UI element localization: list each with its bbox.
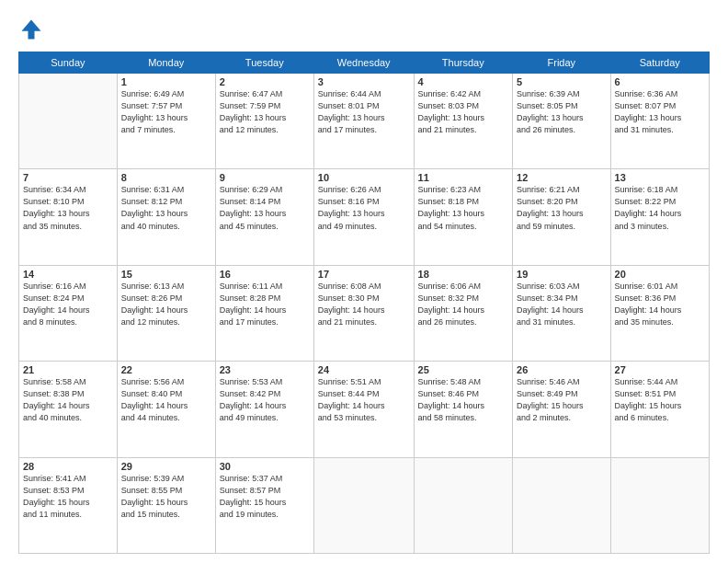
day-number: 21	[23, 364, 113, 375]
page: SundayMondayTuesdayWednesdayThursdayFrid…	[0, 0, 728, 563]
day-number: 10	[318, 172, 410, 183]
weekday-header-thursday: Thursday	[414, 52, 513, 74]
day-info: Sunrise: 6:18 AMSunset: 8:22 PMDaylight:…	[615, 184, 705, 232]
day-info: Sunrise: 6:21 AMSunset: 8:20 PMDaylight:…	[517, 184, 607, 232]
day-info: Sunrise: 5:37 AMSunset: 8:57 PMDaylight:…	[220, 473, 310, 521]
calendar-cell: 3Sunrise: 6:44 AMSunset: 8:01 PMDaylight…	[313, 74, 414, 169]
logo-icon	[18, 17, 44, 42]
day-number: 2	[220, 76, 310, 87]
day-info: Sunrise: 6:29 AMSunset: 8:14 PMDaylight:…	[220, 184, 310, 232]
calendar-cell: 6Sunrise: 6:36 AMSunset: 8:07 PMDaylight…	[610, 74, 709, 169]
calendar-cell: 15Sunrise: 6:13 AMSunset: 8:26 PMDayligh…	[117, 265, 215, 361]
calendar-cell: 13Sunrise: 6:18 AMSunset: 8:22 PMDayligh…	[610, 169, 709, 265]
day-info: Sunrise: 6:31 AMSunset: 8:12 PMDaylight:…	[121, 184, 211, 232]
header	[18, 17, 710, 42]
day-number: 5	[517, 76, 607, 87]
day-number: 18	[418, 269, 509, 280]
day-number: 9	[220, 172, 310, 183]
calendar-cell: 4Sunrise: 6:42 AMSunset: 8:03 PMDaylight…	[414, 74, 513, 169]
day-number: 30	[220, 461, 310, 472]
day-number: 16	[220, 269, 310, 280]
calendar-cell: 27Sunrise: 5:44 AMSunset: 8:51 PMDayligh…	[610, 362, 709, 457]
calendar-cell: 18Sunrise: 6:06 AMSunset: 8:32 PMDayligh…	[414, 265, 513, 361]
day-info: Sunrise: 6:16 AMSunset: 8:24 PMDaylight:…	[23, 281, 113, 328]
calendar-cell: 24Sunrise: 5:51 AMSunset: 8:44 PMDayligh…	[313, 362, 414, 457]
logo	[18, 17, 48, 42]
calendar-cell: 28Sunrise: 5:41 AMSunset: 8:53 PMDayligh…	[19, 457, 118, 553]
calendar-cell: 5Sunrise: 6:39 AMSunset: 8:05 PMDaylight…	[513, 74, 611, 169]
calendar-cell: 25Sunrise: 5:48 AMSunset: 8:46 PMDayligh…	[414, 362, 513, 457]
day-info: Sunrise: 5:46 AMSunset: 8:49 PMDaylight:…	[517, 376, 607, 424]
day-number: 19	[517, 269, 607, 280]
calendar-cell: 17Sunrise: 6:08 AMSunset: 8:30 PMDayligh…	[313, 265, 414, 361]
calendar-cell: 22Sunrise: 5:56 AMSunset: 8:40 PMDayligh…	[117, 362, 215, 457]
day-info: Sunrise: 6:44 AMSunset: 8:01 PMDaylight:…	[318, 88, 410, 136]
day-info: Sunrise: 6:11 AMSunset: 8:28 PMDaylight:…	[220, 281, 310, 328]
day-number: 17	[318, 269, 410, 280]
day-number: 11	[418, 172, 509, 183]
calendar-cell: 29Sunrise: 5:39 AMSunset: 8:55 PMDayligh…	[117, 457, 215, 553]
weekday-header-friday: Friday	[513, 52, 611, 74]
day-number: 15	[121, 269, 211, 280]
day-info: Sunrise: 5:41 AMSunset: 8:53 PMDaylight:…	[23, 473, 113, 521]
day-info: Sunrise: 5:53 AMSunset: 8:42 PMDaylight:…	[220, 376, 310, 424]
day-number: 8	[121, 172, 211, 183]
day-number: 6	[615, 76, 705, 87]
calendar-cell: 2Sunrise: 6:47 AMSunset: 7:59 PMDaylight…	[215, 74, 313, 169]
day-info: Sunrise: 6:36 AMSunset: 8:07 PMDaylight:…	[615, 88, 705, 136]
day-number: 28	[23, 461, 113, 472]
calendar-table: SundayMondayTuesdayWednesdayThursdayFrid…	[18, 52, 710, 554]
calendar-cell: 12Sunrise: 6:21 AMSunset: 8:20 PMDayligh…	[513, 169, 611, 265]
day-number: 24	[318, 364, 410, 375]
day-info: Sunrise: 5:48 AMSunset: 8:46 PMDaylight:…	[418, 376, 509, 424]
day-number: 27	[615, 364, 705, 375]
calendar-cell: 20Sunrise: 6:01 AMSunset: 8:36 PMDayligh…	[610, 265, 709, 361]
calendar-cell: 1Sunrise: 6:49 AMSunset: 7:57 PMDaylight…	[117, 74, 215, 169]
svg-marker-0	[22, 20, 41, 40]
day-number: 4	[418, 76, 509, 87]
day-info: Sunrise: 6:23 AMSunset: 8:18 PMDaylight:…	[418, 184, 509, 232]
calendar-cell: 9Sunrise: 6:29 AMSunset: 8:14 PMDaylight…	[215, 169, 313, 265]
day-number: 7	[23, 172, 113, 183]
day-number: 20	[615, 269, 705, 280]
calendar-cell: 7Sunrise: 6:34 AMSunset: 8:10 PMDaylight…	[19, 169, 118, 265]
day-info: Sunrise: 6:01 AMSunset: 8:36 PMDaylight:…	[615, 281, 705, 328]
week-row-2: 7Sunrise: 6:34 AMSunset: 8:10 PMDaylight…	[19, 169, 710, 265]
weekday-header-tuesday: Tuesday	[215, 52, 313, 74]
day-number: 25	[418, 364, 509, 375]
day-number: 23	[220, 364, 310, 375]
day-number: 29	[121, 461, 211, 472]
calendar-cell: 11Sunrise: 6:23 AMSunset: 8:18 PMDayligh…	[414, 169, 513, 265]
calendar-cell: 8Sunrise: 6:31 AMSunset: 8:12 PMDaylight…	[117, 169, 215, 265]
calendar-cell: 26Sunrise: 5:46 AMSunset: 8:49 PMDayligh…	[513, 362, 611, 457]
calendar-cell: 16Sunrise: 6:11 AMSunset: 8:28 PMDayligh…	[215, 265, 313, 361]
day-info: Sunrise: 5:56 AMSunset: 8:40 PMDaylight:…	[121, 376, 211, 424]
week-row-3: 14Sunrise: 6:16 AMSunset: 8:24 PMDayligh…	[19, 265, 710, 361]
week-row-4: 21Sunrise: 5:58 AMSunset: 8:38 PMDayligh…	[19, 362, 710, 457]
day-info: Sunrise: 6:42 AMSunset: 8:03 PMDaylight:…	[418, 88, 509, 136]
day-info: Sunrise: 6:47 AMSunset: 7:59 PMDaylight:…	[220, 88, 310, 136]
weekday-header-sunday: Sunday	[19, 52, 118, 74]
day-info: Sunrise: 5:39 AMSunset: 8:55 PMDaylight:…	[121, 473, 211, 521]
day-number: 3	[318, 76, 410, 87]
day-info: Sunrise: 6:08 AMSunset: 8:30 PMDaylight:…	[318, 281, 410, 328]
day-info: Sunrise: 5:58 AMSunset: 8:38 PMDaylight:…	[23, 376, 113, 424]
day-number: 14	[23, 269, 113, 280]
calendar-cell: 14Sunrise: 6:16 AMSunset: 8:24 PMDayligh…	[19, 265, 118, 361]
day-number: 22	[121, 364, 211, 375]
weekday-header-saturday: Saturday	[610, 52, 709, 74]
weekday-header-row: SundayMondayTuesdayWednesdayThursdayFrid…	[19, 52, 710, 74]
day-info: Sunrise: 6:03 AMSunset: 8:34 PMDaylight:…	[517, 281, 607, 328]
day-info: Sunrise: 6:34 AMSunset: 8:10 PMDaylight:…	[23, 184, 113, 232]
calendar-cell: 19Sunrise: 6:03 AMSunset: 8:34 PMDayligh…	[513, 265, 611, 361]
week-row-5: 28Sunrise: 5:41 AMSunset: 8:53 PMDayligh…	[19, 457, 710, 553]
calendar-cell: 30Sunrise: 5:37 AMSunset: 8:57 PMDayligh…	[215, 457, 313, 553]
day-info: Sunrise: 5:44 AMSunset: 8:51 PMDaylight:…	[615, 376, 705, 424]
day-info: Sunrise: 6:49 AMSunset: 7:57 PMDaylight:…	[121, 88, 211, 136]
day-number: 13	[615, 172, 705, 183]
day-info: Sunrise: 5:51 AMSunset: 8:44 PMDaylight:…	[318, 376, 410, 424]
day-number: 12	[517, 172, 607, 183]
calendar-cell	[414, 457, 513, 553]
calendar-cell: 10Sunrise: 6:26 AMSunset: 8:16 PMDayligh…	[313, 169, 414, 265]
calendar-cell: 21Sunrise: 5:58 AMSunset: 8:38 PMDayligh…	[19, 362, 118, 457]
